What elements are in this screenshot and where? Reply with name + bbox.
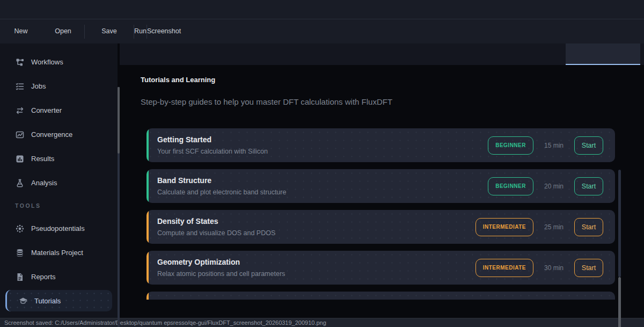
sidebar-item-label: Tutorials xyxy=(34,297,61,305)
duration-label: 15 min xyxy=(541,142,566,149)
app-window: NewOpenSaveRunScreenshot Workflows Jobs … xyxy=(0,0,644,327)
start-button[interactable]: Start xyxy=(574,218,603,236)
sidebar-item-workflows[interactable]: Workflows xyxy=(0,50,118,74)
page-subtitle: Step-by-step guides to help you master D… xyxy=(141,97,644,106)
tab-convergence[interactable] xyxy=(120,43,194,65)
sidebar-item-label: Converter xyxy=(31,106,62,114)
sidebar-item-label: Jobs xyxy=(31,82,46,90)
level-badge: BEGINNER xyxy=(488,177,533,195)
tab-reports[interactable] xyxy=(492,43,566,65)
jobs-list-icon xyxy=(15,82,24,91)
tutorial-card: Band Structure Calculate and plot electr… xyxy=(147,169,615,203)
start-button[interactable]: Start xyxy=(574,177,603,195)
sidebar-item-converter[interactable]: Converter xyxy=(0,98,118,122)
atom-icon xyxy=(15,224,24,233)
toolbar-button-save[interactable]: Save xyxy=(85,19,134,43)
toolbar-button-run[interactable]: Run xyxy=(134,19,147,43)
menu-bar xyxy=(0,0,644,19)
sidebar-item-materials-project[interactable]: Materials Project xyxy=(0,241,118,265)
level-badge: BEGINNER xyxy=(488,136,533,155)
sidebar-item-convergence[interactable]: Convergence xyxy=(0,122,118,147)
sidebar-section-label: TOOLS xyxy=(0,195,118,216)
scrollbar-track[interactable] xyxy=(618,170,621,277)
tutorial-list: Getting Started Your first SCF calculati… xyxy=(147,128,615,300)
tutorials-page: Tutorials and Learning Step-by-step guid… xyxy=(120,65,644,318)
tutorial-title: Geometry Optimization xyxy=(157,258,475,266)
start-button[interactable]: Start xyxy=(574,259,603,277)
sidebar-item-label: Workflows xyxy=(31,58,63,66)
sidebar-item-tutorials[interactable]: Tutorials xyxy=(5,290,112,311)
toolbar: NewOpenSaveRunScreenshot xyxy=(0,19,644,43)
tutorial-card: INTERMEDIATE xyxy=(147,292,615,300)
tutorial-card: Geometry Optimization Relax atomic posit… xyxy=(147,251,615,285)
level-badge: INTERMEDIATE xyxy=(475,218,533,236)
sidebar-item-analysis[interactable]: Analysis xyxy=(0,171,118,195)
workflow-icon xyxy=(15,57,24,67)
toolbar-button-screenshot[interactable]: Screenshot xyxy=(147,19,181,43)
tutorial-card: Getting Started Your first SCF calculati… xyxy=(147,128,615,162)
status-bar: Screenshot saved: C:/Users/Administrator… xyxy=(0,318,644,327)
tutorial-card: Density of States Compute and visualize … xyxy=(147,210,615,244)
sidebar-item-label: Convergence xyxy=(31,130,72,139)
sidebar-item-label: Materials Project xyxy=(31,249,83,257)
flask-icon xyxy=(15,178,24,187)
tab-visualization[interactable] xyxy=(268,43,343,65)
start-button[interactable]: Start xyxy=(574,136,603,155)
status-message: Screenshot saved: C:/Users/Administrator… xyxy=(4,319,326,326)
toolbar-button-new[interactable]: New xyxy=(0,19,42,43)
tab-results[interactable] xyxy=(194,43,269,65)
tutorial-title: Density of States xyxy=(157,217,475,226)
sidebar-item-label: Reports xyxy=(31,273,56,281)
tutorial-title: Getting Started xyxy=(157,135,488,144)
sidebar: Workflows Jobs Converter Convergence Res… xyxy=(0,43,118,318)
bar-chart-icon xyxy=(15,154,24,163)
scrollbar-thumb[interactable] xyxy=(118,87,120,154)
sidebar-item-label: Results xyxy=(31,155,54,163)
tutorial-title: Band Structure xyxy=(157,176,488,185)
sidebar-item-label: Analysis xyxy=(31,179,57,187)
tab-pseudopotentials[interactable] xyxy=(343,43,418,65)
sidebar-item-jobs[interactable]: Jobs xyxy=(0,74,118,98)
duration-label: 30 min xyxy=(541,264,566,272)
scrollbar-thumb[interactable] xyxy=(618,277,621,327)
tab-materials-project[interactable] xyxy=(417,43,492,65)
sidebar-item-results[interactable]: Results xyxy=(0,147,118,171)
level-badge: INTERMEDIATE xyxy=(475,259,533,277)
sidebar-item-label: Pseudopotentials xyxy=(31,224,85,232)
line-chart-icon xyxy=(15,130,24,139)
page-title: Tutorials and Learning xyxy=(141,76,644,84)
tutorial-description: Compute and visualize DOS and PDOS xyxy=(157,229,475,237)
main-area: Tutorials and Learning Step-by-step guid… xyxy=(118,43,644,318)
toolbar-button-open[interactable]: Open xyxy=(42,19,84,43)
sidebar-item-pseudopotentials[interactable]: Pseudopotentials xyxy=(0,216,118,241)
tab-tutorials[interactable] xyxy=(566,43,640,65)
graduation-cap-icon xyxy=(18,296,27,306)
tutorial-description: Your first SCF calculation with Silicon xyxy=(157,148,488,155)
tutorial-description: Relax atomic positions and cell paramete… xyxy=(157,270,475,278)
sidebar-scrollbar[interactable] xyxy=(118,87,120,327)
database-icon xyxy=(15,248,24,257)
content-scrollbar[interactable] xyxy=(618,170,621,327)
report-file-icon xyxy=(15,272,24,281)
tutorial-description: Calculate and plot electronic band struc… xyxy=(157,188,488,196)
duration-label: 20 min xyxy=(541,183,566,190)
duration-label: 25 min xyxy=(541,223,566,231)
sidebar-item-reports[interactable]: Reports xyxy=(0,265,118,289)
tab-bar xyxy=(120,43,644,65)
swap-arrows-icon xyxy=(15,106,24,115)
